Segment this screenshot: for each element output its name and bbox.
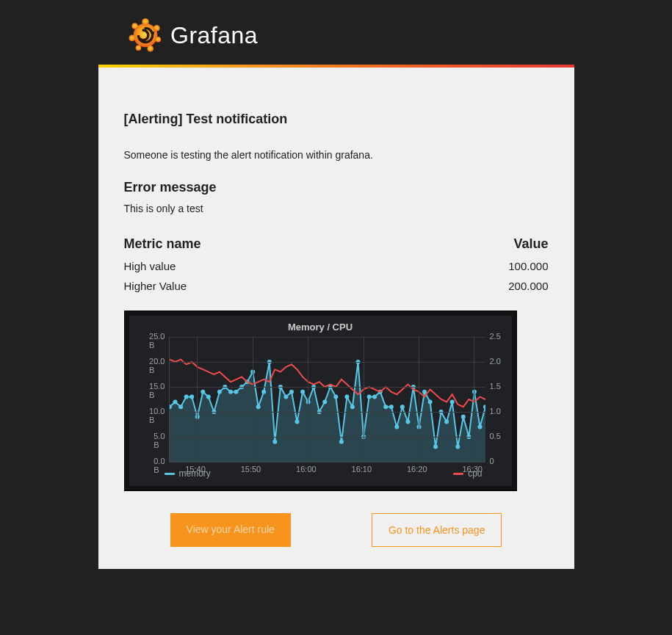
memory-point bbox=[372, 395, 377, 399]
memory-point bbox=[350, 404, 354, 409]
y-tick-left: 5.0 B bbox=[153, 432, 165, 449]
memory-point bbox=[444, 420, 449, 424]
y-tick-right: 0 bbox=[490, 457, 494, 465]
grafana-logo-icon bbox=[128, 18, 163, 53]
memory-point bbox=[460, 415, 465, 419]
memory-point bbox=[333, 395, 338, 399]
y-tick-right: 1.5 bbox=[490, 382, 501, 391]
memory-point bbox=[178, 404, 183, 409]
svg-point-7 bbox=[131, 23, 138, 29]
notification-card: [Alerting] Test notification Someone is … bbox=[98, 65, 574, 569]
chart-panel: Memory / CPU 0.0 B05.0 B0.510.0 B1.015.0… bbox=[124, 311, 517, 491]
memory-point bbox=[383, 404, 388, 409]
chart-title: Memory / CPU bbox=[129, 316, 512, 337]
x-tick: 15:50 bbox=[241, 465, 261, 473]
memory-point bbox=[200, 390, 205, 394]
y-tick-right: 1.0 bbox=[490, 407, 501, 416]
metrics-header-name: Metric name bbox=[124, 232, 404, 256]
x-tick: 16:00 bbox=[296, 465, 317, 473]
button-row: View your Alert rule Go to the Alerts pa… bbox=[124, 513, 549, 547]
y-tick-right: 2.5 bbox=[490, 332, 501, 341]
memory-point bbox=[228, 390, 233, 394]
svg-point-2 bbox=[153, 25, 160, 32]
memory-point bbox=[394, 424, 399, 429]
table-row: High value100.000 bbox=[124, 256, 549, 276]
memory-point bbox=[173, 399, 177, 404]
memory-point bbox=[272, 440, 277, 444]
go-to-alerts-page-button[interactable]: Go to the Alerts page bbox=[372, 513, 502, 547]
y-tick-left: 10.0 B bbox=[149, 407, 165, 424]
memory-point bbox=[400, 404, 404, 409]
metric-value: 200.000 bbox=[404, 276, 549, 296]
error-body: This is only a test bbox=[124, 203, 549, 214]
memory-point bbox=[234, 390, 238, 394]
y-tick-right: 0.5 bbox=[490, 432, 501, 440]
y-tick-left: 0.0 B bbox=[153, 457, 165, 474]
metric-value: 100.000 bbox=[404, 256, 549, 276]
alert-title: [Alerting] Test notification bbox=[124, 112, 549, 127]
y-tick-left: 20.0 B bbox=[149, 357, 165, 374]
legend-swatch-icon bbox=[165, 473, 175, 475]
memory-point bbox=[405, 420, 410, 424]
table-row: Higher Value200.000 bbox=[124, 276, 549, 296]
memory-point bbox=[433, 445, 438, 449]
memory-point bbox=[256, 404, 260, 409]
svg-point-3 bbox=[155, 37, 161, 43]
memory-point bbox=[184, 395, 188, 399]
memory-point bbox=[206, 395, 210, 399]
memory-point bbox=[300, 390, 305, 394]
svg-point-4 bbox=[147, 46, 153, 52]
view-alert-rule-button[interactable]: View your Alert rule bbox=[170, 513, 291, 547]
error-heading: Error message bbox=[124, 180, 549, 195]
svg-point-5 bbox=[136, 45, 142, 51]
y-tick-left: 25.0 B bbox=[149, 332, 165, 349]
memory-point bbox=[344, 395, 349, 399]
memory-point bbox=[389, 404, 393, 409]
chart-svg bbox=[170, 337, 485, 462]
memory-point bbox=[322, 399, 327, 404]
memory-point bbox=[217, 390, 221, 394]
metrics-header-value: Value bbox=[404, 232, 549, 256]
svg-point-6 bbox=[129, 35, 135, 42]
x-tick: 15:40 bbox=[185, 465, 206, 473]
memory-point bbox=[295, 420, 299, 424]
memory-point bbox=[339, 440, 343, 444]
memory-point bbox=[483, 404, 485, 409]
brand-name: Grafana bbox=[170, 22, 258, 49]
y-tick-right: 2.0 bbox=[490, 357, 501, 366]
brand-header: Grafana bbox=[0, 0, 672, 65]
memory-point bbox=[477, 424, 482, 429]
svg-point-1 bbox=[142, 18, 149, 26]
memory-point bbox=[422, 390, 427, 394]
x-tick: 16:30 bbox=[462, 465, 483, 473]
memory-point bbox=[455, 445, 460, 449]
memory-point bbox=[289, 390, 294, 394]
memory-point bbox=[261, 390, 266, 394]
chart-plot-area: 0.0 B05.0 B0.510.0 B1.015.0 B1.520.0 B2.… bbox=[169, 337, 485, 462]
y-tick-left: 15.0 B bbox=[149, 382, 165, 399]
x-tick: 16:10 bbox=[352, 465, 372, 473]
memory-point bbox=[189, 395, 194, 399]
metrics-table: Metric name Value High value100.000Highe… bbox=[124, 232, 549, 296]
alert-description: Someone is testing the alert notificatio… bbox=[124, 149, 549, 161]
memory-point bbox=[283, 395, 288, 399]
memory-point bbox=[366, 395, 371, 399]
metric-name: Higher Value bbox=[124, 276, 404, 296]
metric-name: High value bbox=[124, 256, 404, 276]
memory-point bbox=[449, 399, 454, 404]
x-tick: 16:20 bbox=[407, 465, 427, 473]
memory-point bbox=[427, 399, 432, 404]
